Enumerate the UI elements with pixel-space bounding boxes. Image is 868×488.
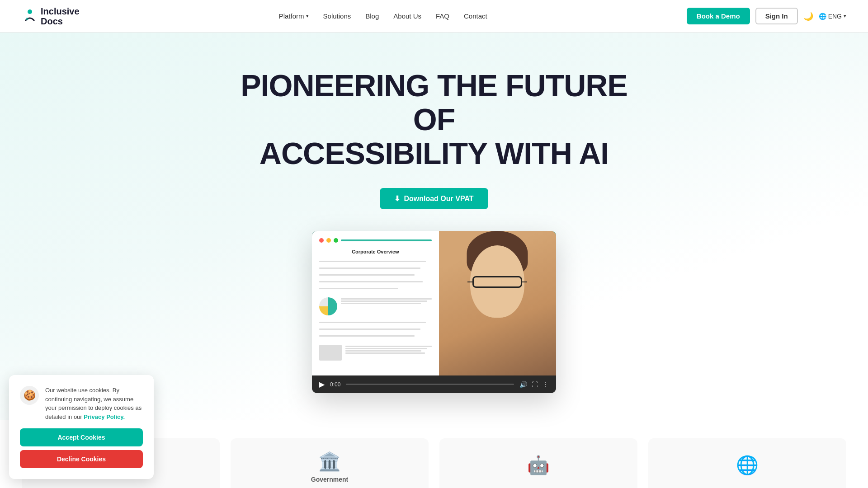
- cookie-icon: 🍪: [20, 386, 39, 405]
- hero-video[interactable]: Corporate Overview: [312, 231, 556, 393]
- svg-point-1: [26, 18, 28, 20]
- accept-cookies-button[interactable]: Accept Cookies: [20, 428, 143, 446]
- nav-actions: Book a Demo Sign In 🌙 🌐 ENG ▾: [687, 8, 846, 24]
- card-3: 🌐: [648, 438, 846, 488]
- nav-link-faq[interactable]: FAQ: [436, 12, 449, 20]
- cookie-text: Our website use cookies. By continuing n…: [45, 386, 143, 421]
- more-options-icon[interactable]: ⋮: [542, 381, 549, 388]
- video-controls: ▶ 0:00 🔊 ⛶ ⋮: [312, 375, 556, 393]
- logo[interactable]: Inclusive Docs: [22, 6, 80, 26]
- card-1: 🏛️ Government: [231, 438, 429, 488]
- chevron-down-icon: ▾: [306, 13, 309, 19]
- book-demo-button[interactable]: Book a Demo: [687, 8, 750, 24]
- chevron-down-icon: ▾: [844, 13, 846, 19]
- logo-text-line1: Inclusive: [41, 6, 80, 16]
- doc-chart: [319, 297, 337, 315]
- svg-point-0: [28, 9, 32, 14]
- globe-icon: 🌐: [819, 13, 826, 20]
- nav-link-about[interactable]: About Us: [393, 12, 421, 20]
- sign-in-button[interactable]: Sign In: [755, 8, 798, 24]
- fullscreen-icon[interactable]: ⛶: [532, 381, 538, 388]
- video-doc-panel: Corporate Overview: [312, 231, 439, 375]
- privacy-policy-link[interactable]: Privacy Policy.: [84, 413, 125, 420]
- card-icon-1: 🏛️: [318, 451, 341, 472]
- card-icon-2: 🤖: [527, 455, 550, 476]
- cookie-top: 🍪 Our website use cookies. By continuing…: [20, 386, 143, 421]
- download-vpat-button[interactable]: ⬇ Download Our VPAT: [380, 188, 488, 209]
- moon-icon: 🌙: [803, 11, 813, 21]
- hero-title: PIONEERING THE FUTURE OF ACCESSIBILITY W…: [231, 69, 637, 170]
- play-button[interactable]: ▶: [319, 380, 325, 389]
- nav-link-blog[interactable]: Blog: [365, 12, 379, 20]
- language-selector[interactable]: 🌐 ENG ▾: [819, 13, 846, 20]
- cookie-actions: Accept Cookies Decline Cookies: [20, 428, 143, 468]
- video-face-panel: [439, 231, 556, 375]
- logo-icon: [22, 8, 38, 24]
- decline-cookies-button[interactable]: Decline Cookies: [20, 450, 143, 468]
- cookie-banner: 🍪 Our website use cookies. By continuing…: [9, 375, 154, 479]
- nav-link-solutions[interactable]: Solutions: [323, 12, 351, 20]
- logo-text-line2: Docs: [41, 16, 80, 26]
- navbar: Inclusive Docs Platform ▾ Solutions Blog…: [0, 0, 868, 33]
- nav-link-platform[interactable]: Platform ▾: [279, 12, 309, 20]
- card-icon-3: 🌐: [736, 455, 759, 476]
- video-time: 0:00: [330, 381, 340, 388]
- video-control-icons: 🔊 ⛶ ⋮: [519, 381, 549, 388]
- video-progress-bar[interactable]: [346, 384, 514, 385]
- volume-icon[interactable]: 🔊: [519, 381, 527, 388]
- download-icon: ⬇: [394, 194, 400, 203]
- hero-section: PIONEERING THE FUTURE OF ACCESSIBILITY W…: [0, 33, 868, 420]
- dark-mode-toggle[interactable]: 🌙: [803, 11, 813, 21]
- card-2: 🤖: [439, 438, 637, 488]
- nav-link-contact[interactable]: Contact: [464, 12, 487, 20]
- card-label-1: Government: [311, 476, 348, 483]
- nav-links: Platform ▾ Solutions Blog About Us FAQ C…: [279, 12, 487, 20]
